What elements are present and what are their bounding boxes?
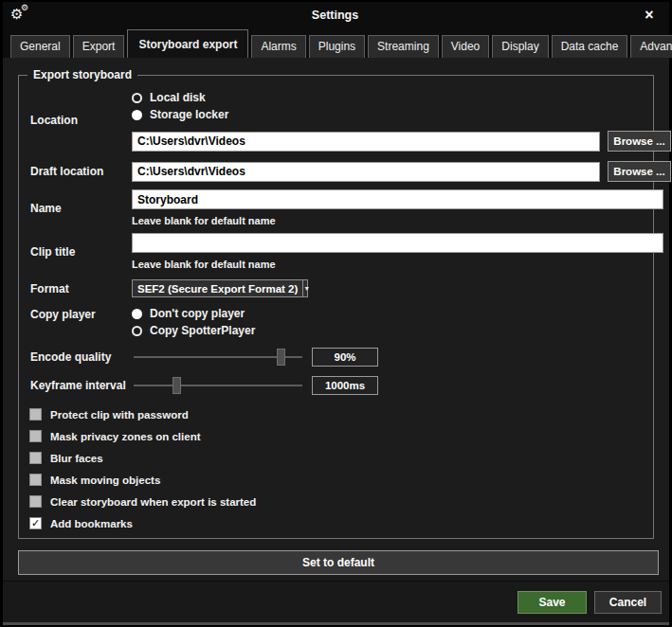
draft-location-label: Draft location [29,161,132,182]
tab-alarms[interactable]: Alarms [251,35,305,58]
radio-selected-icon [132,110,142,120]
tab-storyboard-export[interactable]: Storyboard export [127,29,248,58]
checkbox-unchecked-icon [29,452,42,464]
copy-player-label: Copy player [29,305,132,339]
location-label: Location [29,89,132,152]
checkbox-add-bookmarks[interactable]: Add bookmarks [29,512,644,534]
draft-location-input[interactable] [132,162,600,182]
checkbox-checked-icon [29,517,42,529]
set-to-default-button[interactable]: Set to default [18,550,659,575]
name-row: Name Leave blank for default name [29,189,644,226]
checkbox-clear-storyboard[interactable]: Clear storyboard when export is started [29,491,644,512]
window-title: Settings [33,9,637,22]
checkbox-unchecked-icon [29,408,42,421]
tab-display[interactable]: Display [492,35,548,58]
tab-streaming[interactable]: Streaming [368,35,439,58]
encode-quality-value: 90% [312,348,378,367]
encode-quality-label: Encode quality [29,348,132,367]
slider-thumb[interactable] [173,377,181,394]
tab-plugins[interactable]: Plugins [309,35,365,58]
export-storyboard-group: Export storyboard Location Local disk St… [18,75,654,539]
location-path-row: Browse ... [132,131,671,152]
titlebar: ⚙⚙ Settings × [3,2,669,28]
location-row: Location Local disk Storage locker Br [29,89,644,152]
keyframe-interval-label: Keyframe interval [29,376,132,395]
draft-location-row: Draft location Browse ... [29,161,644,182]
radio-copy-spotterplayer[interactable]: Copy SpotterPlayer [132,322,644,339]
keyframe-interval-slider[interactable] [134,376,302,395]
group-title: Export storyboard [27,68,137,81]
close-icon[interactable]: × [637,8,662,23]
tab-data-cache[interactable]: Data cache [552,35,628,58]
encode-quality-row: Encode quality 90% [29,348,644,367]
settings-dialog: ⚙⚙ Settings × General Export Storyboard … [0,0,672,627]
dialog-inner: ⚙⚙ Settings × General Export Storyboard … [3,2,669,625]
copy-player-row: Copy player Don't copy player Copy Spott… [29,305,644,339]
checkbox-unchecked-icon [29,430,42,442]
tab-content: Export storyboard Location Local disk St… [3,75,669,601]
clip-title-label: Clip title [29,233,132,270]
checkbox-unchecked-icon [29,474,42,486]
clip-title-hint: Leave blank for default name [132,259,663,270]
radio-unselected-icon [132,93,142,103]
format-label: Format [29,279,132,297]
format-row: Format SEF2 (Secure Export Format 2) ▼ [29,279,644,297]
location-browse-button[interactable]: Browse ... [608,131,671,152]
settings-gears-icon: ⚙⚙ [9,5,33,26]
radio-local-disk[interactable]: Local disk [132,89,671,106]
save-button[interactable]: Save [518,591,587,614]
encode-quality-slider[interactable] [134,348,302,367]
checkbox-mask-moving-objects[interactable]: Mask moving objects [29,469,644,491]
checkbox-mask-privacy-zones[interactable]: Mask privacy zones on client [29,425,644,447]
draft-browse-button[interactable]: Browse ... [608,161,671,182]
tab-general[interactable]: General [10,35,70,58]
checkbox-list: Protect clip with password Mask privacy … [29,403,644,534]
format-dropdown[interactable]: SEF2 (Secure Export Format 2) ▼ [132,279,308,297]
tab-bar: General Export Storyboard export Alarms … [3,28,669,58]
format-value: SEF2 (Secure Export Format 2) [133,283,302,295]
checkbox-blur-faces[interactable]: Blur faces [29,447,644,469]
keyframe-interval-row: Keyframe interval 1000ms [29,376,644,395]
name-label: Name [29,189,132,226]
radio-selected-icon [132,309,142,319]
name-input[interactable] [132,189,663,209]
footer-bar: Save Cancel [3,581,669,622]
radio-storage-locker[interactable]: Storage locker [132,106,671,123]
tab-advanced[interactable]: Advanced [630,35,672,58]
radio-unselected-icon [132,326,142,336]
cancel-button[interactable]: Cancel [594,591,662,614]
name-hint: Leave blank for default name [132,215,663,226]
slider-thumb[interactable] [277,349,285,366]
tab-video[interactable]: Video [442,35,489,58]
radio-dont-copy-player[interactable]: Don't copy player [132,305,644,322]
clip-title-input[interactable] [132,233,663,253]
keyframe-interval-value: 1000ms [312,376,378,395]
location-path-input[interactable] [132,132,600,152]
chevron-down-icon[interactable]: ▼ [302,280,310,296]
clip-title-row: Clip title Leave blank for default name [29,233,644,270]
checkbox-unchecked-icon [29,495,42,508]
checkbox-protect-clip[interactable]: Protect clip with password [29,403,644,425]
tab-export[interactable]: Export [73,35,125,58]
